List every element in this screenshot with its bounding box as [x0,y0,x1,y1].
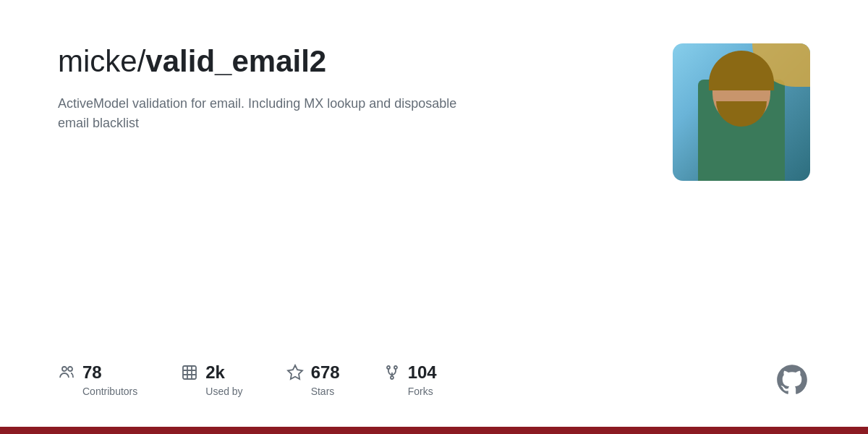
contributors-value: 78 [82,362,102,383]
stat-used-by: 2k Used by [181,362,242,397]
svg-marker-3 [288,365,302,379]
stat-contributors-top: 78 [58,362,102,383]
contributors-label: Contributors [58,386,137,397]
forks-icon [383,364,401,381]
svg-point-6 [391,376,393,379]
repo-description: ActiveModel validation for email. Includ… [58,94,477,133]
used-by-icon [181,364,198,381]
used-by-value: 2k [205,362,225,383]
stat-stars: 678 Stars [286,362,340,397]
title-area: micke/valid_email2 ActiveModel validatio… [58,43,644,133]
stars-value: 678 [311,362,340,383]
repo-title: micke/valid_email2 [58,43,644,80]
contributors-icon [58,364,75,381]
svg-point-5 [394,366,397,369]
forks-value: 104 [408,362,437,383]
repo-owner: micke/ [58,44,145,78]
github-logo-icon [774,362,810,398]
used-by-label: Used by [181,386,242,397]
svg-point-0 [62,367,67,371]
svg-point-1 [68,367,72,371]
repo-name: valid_email2 [145,44,326,78]
main-content: micke/valid_email2 ActiveModel validatio… [0,0,868,427]
avatar-area [673,43,810,181]
avatar [673,43,810,181]
svg-rect-2 [183,366,196,379]
stat-used-by-top: 2k [181,362,225,383]
svg-point-4 [387,366,390,369]
stat-forks-top: 104 [383,362,437,383]
stars-label: Stars [286,386,335,397]
stat-forks: 104 Forks [383,362,437,397]
stars-icon [286,364,304,381]
stat-contributors: 78 Contributors [58,362,137,397]
avatar-beard-decoration [716,101,767,127]
forks-label: Forks [383,386,433,397]
stat-stars-top: 678 [286,362,340,383]
bottom-bar [0,427,868,434]
stats-section: 78 Contributors 2k Used by [58,340,810,398]
github-logo-area [774,362,810,398]
header-section: micke/valid_email2 ActiveModel validatio… [58,43,810,181]
